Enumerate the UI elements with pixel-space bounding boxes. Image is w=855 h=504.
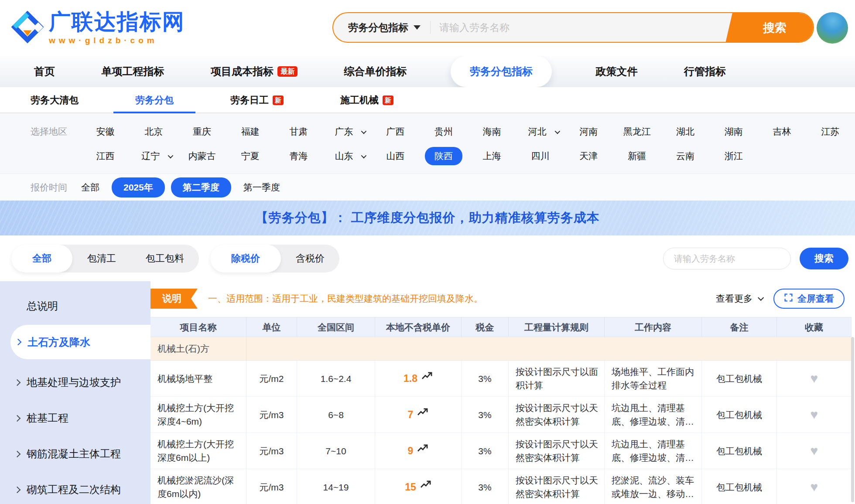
region-option[interactable]: 黑龙江 xyxy=(613,119,661,144)
logo[interactable]: 广联达指标网 www·gldzb·com xyxy=(11,10,185,45)
sidebar-item-label: 桩基工程 xyxy=(27,411,68,425)
region-option[interactable]: 湖北 xyxy=(661,119,710,144)
region-option[interactable]: 陕西 xyxy=(420,144,468,168)
region-option[interactable]: 内蒙古 xyxy=(178,144,226,168)
region-option[interactable]: 山东 xyxy=(323,144,371,168)
user-avatar[interactable] xyxy=(817,12,848,44)
region-option[interactable]: 江苏 xyxy=(806,119,855,144)
region-option[interactable]: 安徽 xyxy=(81,119,130,144)
divider xyxy=(430,21,431,34)
region-option[interactable]: 辽宁 xyxy=(130,144,178,168)
region-option[interactable]: 浙江 xyxy=(709,144,758,168)
local-price-cell[interactable]: 1.8 xyxy=(375,361,462,397)
page: 广联达指标网 www·gldzb·com 劳务分包指标 搜索 首页 xyxy=(0,0,855,504)
region-option[interactable]: 广西 xyxy=(371,119,420,144)
labor-search-input[interactable] xyxy=(663,248,791,269)
note-row: 说明 一、适用范围：适用于工业，民建类型建筑的基础开挖回填及降水。 查看更多 全 xyxy=(150,287,855,310)
scope-filter-option[interactable]: 全部 xyxy=(11,245,72,272)
tax-cell: 3% xyxy=(462,469,509,504)
main-nav-item[interactable]: 单项工程指标 xyxy=(99,56,167,87)
main-nav-label: 劳务分包指标 xyxy=(470,65,533,78)
view-more-button[interactable]: 查看更多 xyxy=(716,293,762,305)
sidebar-item[interactable]: 钢筋混凝土主体工程 xyxy=(0,441,150,467)
tax-filter-option[interactable]: 除税价 xyxy=(210,245,281,272)
table-row: 机械挖淤泥流沙(深度6m以内) 元/m3 14~19 15 xyxy=(150,469,852,504)
local-price-cell[interactable]: 7 xyxy=(375,397,462,433)
sidebar-item[interactable]: 总说明 xyxy=(0,293,150,319)
time-option[interactable]: 2025年 xyxy=(112,177,165,198)
labor-search-button[interactable]: 搜索 xyxy=(800,248,848,269)
column-header: 工程量计算规则 xyxy=(509,317,605,337)
main-nav-item[interactable]: 综合单价指标 xyxy=(342,56,410,87)
region-option[interactable]: 贵州 xyxy=(420,119,468,144)
heart-icon[interactable]: ♥ xyxy=(811,372,818,385)
heart-icon[interactable]: ♥ xyxy=(811,408,818,421)
fullscreen-button[interactable]: 全屏查看 xyxy=(773,289,845,309)
region-option[interactable]: 北京 xyxy=(130,119,178,144)
region-option[interactable]: 重庆 xyxy=(178,119,226,144)
sidebar-item[interactable]: 地基处理与边坡支护 xyxy=(0,370,150,395)
region-option[interactable]: 天津 xyxy=(564,144,613,168)
region-filter: 选择地区 安徽 北京 重庆 xyxy=(0,113,855,174)
region-label: 山西 xyxy=(380,147,410,165)
scope-filter-option[interactable]: 包清工 xyxy=(72,245,131,272)
chevron-right-icon xyxy=(15,339,22,346)
region-option[interactable]: 四川 xyxy=(516,144,564,168)
unit-cell: 元/m2 xyxy=(246,361,297,397)
sub-nav-item[interactable]: 劳务分包 xyxy=(113,87,195,113)
sidebar-item[interactable]: 桩基工程 xyxy=(0,405,150,431)
region-option[interactable]: 新疆 xyxy=(613,144,661,168)
sidebar-item-label: 总说明 xyxy=(27,299,58,313)
main-nav-label: 单项工程指标 xyxy=(102,65,164,78)
main-area: 总说明 土石方及降水 地基处理与边坡支护 桩基工程 xyxy=(0,281,855,504)
sidebar-item[interactable]: 砌筑工程及二次结构 xyxy=(0,477,150,502)
region-label: 广西 xyxy=(380,123,410,141)
scope-filter-option[interactable]: 包工包料 xyxy=(131,245,199,272)
main-nav-item[interactable]: 首页 xyxy=(31,56,58,87)
region-option[interactable]: 宁夏 xyxy=(226,144,274,168)
region-option[interactable]: 山西 xyxy=(371,144,420,168)
scrollbar[interactable] xyxy=(851,337,854,502)
time-option[interactable]: 全部 xyxy=(81,181,99,194)
region-option[interactable]: 福建 xyxy=(226,119,274,144)
region-option[interactable]: 甘肃 xyxy=(274,119,323,144)
sidebar-item[interactable]: 土石方及降水 xyxy=(10,325,150,359)
tax-cell: 3% xyxy=(462,397,509,433)
region-option[interactable]: 上海 xyxy=(468,144,516,168)
promo-banner: 【劳务分包】： 工序维度分包报价，助力精准核算劳务成本 xyxy=(0,201,855,235)
main-nav-item[interactable]: 政策文件 xyxy=(593,56,640,87)
top-search-button[interactable]: 搜索 xyxy=(736,13,814,43)
chevron-right-icon xyxy=(14,486,21,493)
heart-icon[interactable]: ♥ xyxy=(811,480,818,494)
chevron-right-icon xyxy=(14,450,21,457)
region-option[interactable]: 河南 xyxy=(564,119,613,144)
search-category-dropdown[interactable]: 劳务分包指标 xyxy=(348,21,421,34)
time-option[interactable]: 第二季度 xyxy=(171,177,231,198)
column-header: 项目名称 xyxy=(150,317,246,337)
sub-nav-item[interactable]: 劳务日工 新 xyxy=(209,87,305,113)
main-nav-item[interactable]: 行管指标 xyxy=(681,56,728,87)
region-option[interactable]: 吉林 xyxy=(758,119,806,144)
favorite-cell: ♥ xyxy=(777,361,852,397)
region-option[interactable]: 湖南 xyxy=(709,119,758,144)
region-label: 河北 xyxy=(522,123,553,141)
region-option[interactable]: 江西 xyxy=(81,144,130,168)
main-nav-item[interactable]: 劳务分包指标 xyxy=(451,56,552,87)
main-nav-item[interactable]: 项目成本指标 最新 xyxy=(208,56,300,87)
local-price-cell[interactable]: 9 xyxy=(375,433,462,469)
region-option[interactable]: 海南 xyxy=(468,119,516,144)
region-option[interactable]: 广东 xyxy=(323,119,371,144)
region-option[interactable]: 云南 xyxy=(661,144,710,168)
sub-nav-item[interactable]: 施工机械 新 xyxy=(318,87,415,113)
sub-nav-item[interactable]: 劳务大清包 xyxy=(9,87,100,113)
trend-up-icon xyxy=(420,479,431,492)
heart-icon[interactable]: ♥ xyxy=(811,444,818,457)
local-price-cell[interactable]: 15 xyxy=(375,469,462,504)
table-row: 机械挖土方(大开挖深度6m以上) 元/m3 7~10 9 xyxy=(150,433,852,469)
region-label: 辽宁 xyxy=(135,147,166,165)
tax-filter-option[interactable]: 含税价 xyxy=(281,245,339,272)
region-option[interactable]: 青海 xyxy=(274,144,323,168)
region-option[interactable]: 河北 xyxy=(516,119,564,144)
time-option[interactable]: 第一季度 xyxy=(243,181,280,194)
main-nav-label: 行管指标 xyxy=(684,65,726,78)
